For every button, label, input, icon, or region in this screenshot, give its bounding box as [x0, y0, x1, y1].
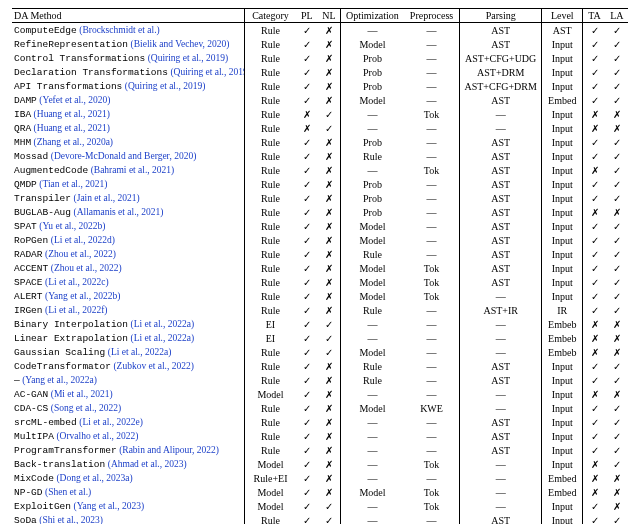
cell-level: Input — [542, 177, 582, 191]
cell-preprocess: Tok — [404, 107, 460, 121]
table-row: MixCode (Dong et al., 2023a)Rule+EI✓✗———… — [12, 471, 628, 485]
cell-ta: ✓ — [583, 135, 605, 149]
cell-la: ✓ — [606, 177, 628, 191]
cell-parsing: AST — [460, 415, 541, 429]
cell-la: ✓ — [606, 79, 628, 93]
cell-category: Rule — [245, 163, 295, 177]
table-row: ACCENT (Zhou et al., 2022)Rule✓✗ModelTok… — [12, 261, 628, 275]
cell-category: Rule — [245, 23, 295, 38]
cell-optimization: — — [341, 121, 404, 135]
cell-parsing: AST — [460, 135, 541, 149]
cell-optimization: Prob — [341, 65, 404, 79]
cell-pl: ✓ — [296, 443, 318, 457]
cell-pl: ✓ — [296, 275, 318, 289]
cell-ta: ✗ — [583, 457, 605, 471]
cell-pl: ✓ — [296, 513, 318, 524]
cell-parsing: AST — [460, 373, 541, 387]
cell-parsing: AST — [460, 359, 541, 373]
cell-la: ✓ — [606, 233, 628, 247]
cell-pl: ✓ — [296, 429, 318, 443]
cell-preprocess: Tok — [404, 163, 460, 177]
cell-level: Input — [542, 373, 582, 387]
method-name: MultIPA — [14, 431, 54, 442]
cell-nl: ✗ — [318, 191, 340, 205]
method-name: srcML-embed — [14, 417, 77, 428]
table-row: CodeTransformator (Zubkov et al., 2022)R… — [12, 359, 628, 373]
cell-parsing: AST — [460, 233, 541, 247]
table-row: MultIPA (Orvalho et al., 2022)Rule✓✗——AS… — [12, 429, 628, 443]
cell-optimization: — — [341, 499, 404, 513]
cell-la: ✓ — [606, 457, 628, 471]
method-name: BUGLAB-Aug — [14, 207, 71, 218]
cell-la: ✓ — [606, 513, 628, 524]
cell-pl: ✓ — [296, 331, 318, 345]
cell-method: Binary Interpolation (Li et al., 2022a) — [12, 317, 244, 331]
cell-level: Input — [542, 149, 582, 163]
method-cite: (Yang et al., 2022a) — [22, 375, 97, 385]
cell-preprocess: — — [404, 513, 460, 524]
method-name: — — [14, 375, 20, 386]
table-row: Back-translation (Ahmad et al., 2023)Mod… — [12, 457, 628, 471]
table-row: IBA (Huang et al., 2021)Rule✗✓—Tok—Input… — [12, 107, 628, 121]
cell-preprocess: — — [404, 149, 460, 163]
cell-la: ✗ — [606, 471, 628, 485]
method-name: QMDP — [14, 179, 37, 190]
table-row: RoPGen (Li et al., 2022d)Rule✓✗Model—AST… — [12, 233, 628, 247]
cell-nl: ✓ — [318, 331, 340, 345]
cell-pl: ✓ — [296, 247, 318, 261]
cell-method: ALERT (Yang et al., 2022b) — [12, 289, 244, 303]
cell-nl: ✗ — [318, 485, 340, 499]
cell-optimization: — — [341, 457, 404, 471]
cell-category: EI — [245, 317, 295, 331]
method-name: SoDa — [14, 515, 37, 524]
cell-parsing: — — [460, 345, 541, 359]
cell-level: Embed — [542, 93, 582, 107]
col-la: LA — [606, 9, 628, 23]
table-row: QMDP (Tian et al., 2021)Rule✓✗Prob—ASTIn… — [12, 177, 628, 191]
cell-nl: ✗ — [318, 65, 340, 79]
cell-ta: ✗ — [583, 331, 605, 345]
method-name: AC-GAN — [14, 389, 48, 400]
cell-level: Input — [542, 37, 582, 51]
table-row: AC-GAN (Mi et al., 2021)Model✓✗———Input✗… — [12, 387, 628, 401]
method-cite: (Quiring et al., 2019) — [170, 67, 244, 77]
method-cite: (Yang et al., 2022b) — [45, 291, 120, 301]
method-name: MixCode — [14, 473, 54, 484]
method-name: RoPGen — [14, 235, 48, 246]
cell-optimization: Rule — [341, 359, 404, 373]
method-name: CDA-CS — [14, 403, 48, 414]
cell-preprocess: — — [404, 471, 460, 485]
cell-ta: ✓ — [583, 401, 605, 415]
cell-ta: ✓ — [583, 499, 605, 513]
cell-pl: ✓ — [296, 499, 318, 513]
table-row: RADAR (Zhou et al., 2022)Rule✓✗Rule—ASTI… — [12, 247, 628, 261]
cell-nl: ✗ — [318, 79, 340, 93]
cell-ta: ✓ — [583, 219, 605, 233]
method-cite: (Quiring et al., 2019) — [148, 53, 228, 63]
table-row: ComputeEdge (Brockschmidt et al.)Rule✓✗—… — [12, 23, 628, 38]
cell-method: ComputeEdge (Brockschmidt et al.) — [12, 23, 244, 38]
method-name: NP-GD — [14, 487, 43, 498]
cell-preprocess: Tok — [404, 275, 460, 289]
cell-category: Model — [245, 387, 295, 401]
cell-pl: ✓ — [296, 457, 318, 471]
cell-method: CodeTransformator (Zubkov et al., 2022) — [12, 359, 244, 373]
cell-ta: ✗ — [583, 121, 605, 135]
cell-optimization: — — [341, 23, 404, 38]
cell-nl: ✗ — [318, 247, 340, 261]
cell-la: ✗ — [606, 499, 628, 513]
table-row: NP-GD (Shen et al.)Model✓✗ModelTok—Embed… — [12, 485, 628, 499]
cell-nl: ✗ — [318, 219, 340, 233]
table-row: Transpiler (Jain et al., 2021)Rule✓✗Prob… — [12, 191, 628, 205]
cell-category: Rule — [245, 205, 295, 219]
table-row: CDA-CS (Song et al., 2022)Rule✓✗ModelKWE… — [12, 401, 628, 415]
table-row: SPAT (Yu et al., 2022b)Rule✓✗Model—ASTIn… — [12, 219, 628, 233]
cell-nl: ✓ — [318, 345, 340, 359]
cell-method: AugmentedCode (Bahrami et al., 2021) — [12, 163, 244, 177]
cell-parsing: — — [460, 107, 541, 121]
cell-level: Embeb — [542, 331, 582, 345]
cell-pl: ✗ — [296, 107, 318, 121]
cell-nl: ✗ — [318, 387, 340, 401]
cell-pl: ✓ — [296, 289, 318, 303]
cell-parsing: — — [460, 289, 541, 303]
